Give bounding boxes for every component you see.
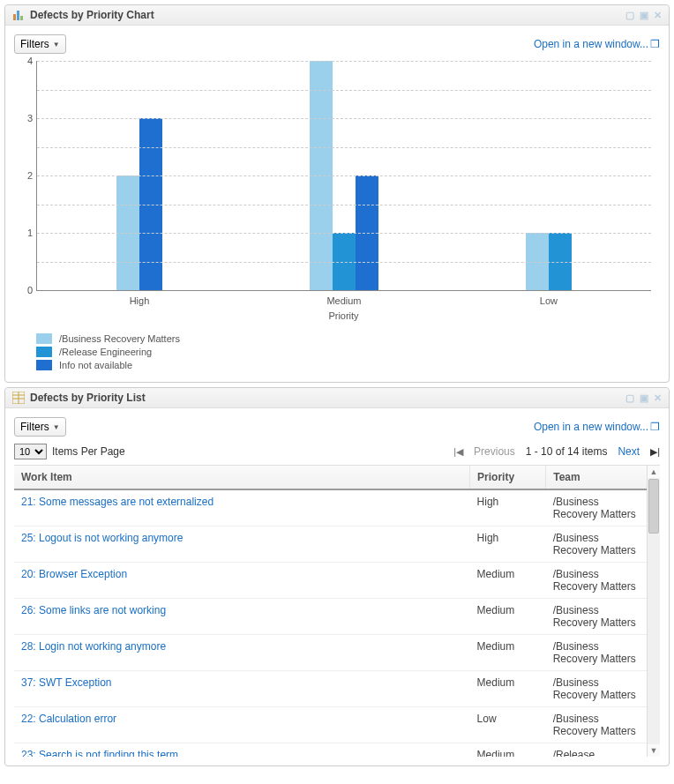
work-item-link[interactable]: 20: Browser Exception xyxy=(21,568,127,580)
legend-swatch xyxy=(36,347,52,357)
work-item-link[interactable]: 25: Logout is not working anymore xyxy=(21,532,183,544)
legend-label: /Release Engineering xyxy=(59,347,152,357)
chart-filters-button[interactable]: Filters ▼ xyxy=(14,34,66,54)
cell-team: /Business Recovery Matters xyxy=(546,526,648,563)
svg-rect-1 xyxy=(17,11,19,20)
gridline-minor xyxy=(37,262,651,263)
last-page-icon[interactable]: ▶| xyxy=(650,446,660,458)
list-widget: Defects by Priority List ▢ ▣ ✕ Filters ▼… xyxy=(4,387,670,766)
bar-chart-icon xyxy=(12,9,25,21)
table-row: 25: Logout is not working anymoreHigh/Bu… xyxy=(14,526,648,563)
first-page-icon[interactable]: |◀ xyxy=(453,446,463,458)
cell-team: /Business Recovery Matters xyxy=(546,599,648,635)
col-team[interactable]: Team xyxy=(546,466,648,489)
col-work-item[interactable]: Work Item xyxy=(14,466,470,489)
cell-priority: Medium xyxy=(470,743,546,758)
svg-rect-0 xyxy=(13,14,16,20)
list-filters-button[interactable]: Filters ▼ xyxy=(14,417,66,437)
collapse-icon[interactable]: ▢ xyxy=(625,392,634,404)
chart-legend: /Business Recovery Matters/Release Engin… xyxy=(36,333,651,370)
external-link-icon: ❐ xyxy=(650,421,660,433)
col-priority[interactable]: Priority xyxy=(470,466,546,489)
chart-header-actions: ▢ ▣ ✕ xyxy=(625,10,662,21)
cell-priority: Medium xyxy=(470,599,546,635)
table-container: Work Item Priority Team 21: Some message… xyxy=(14,465,660,757)
gridline xyxy=(37,233,651,234)
cell-priority: Low xyxy=(470,707,546,743)
page-range-label: 1 - 10 of 14 items xyxy=(526,445,608,458)
items-per-page-label: Items Per Page xyxy=(52,445,125,458)
cell-work-item: 20: Browser Exception xyxy=(14,563,470,599)
cell-priority: High xyxy=(470,526,546,563)
list-widget-header: Defects by Priority List ▢ ▣ ✕ xyxy=(5,388,669,408)
table-icon xyxy=(12,392,25,404)
scroll-down-icon[interactable]: ▼ xyxy=(648,744,660,757)
x-tick-label: High xyxy=(37,295,242,306)
cell-work-item: 25: Logout is not working anymore xyxy=(14,526,470,563)
legend-label: Info not available xyxy=(59,360,132,370)
y-tick-label: 2 xyxy=(19,170,33,181)
scroll-up-icon[interactable]: ▲ xyxy=(648,466,660,478)
legend-swatch xyxy=(36,360,52,370)
work-item-link[interactable]: 23: Search is not finding this term xyxy=(21,749,178,757)
legend-item[interactable]: /Business Recovery Matters xyxy=(36,333,651,344)
table-row: 23: Search is not finding this termMediu… xyxy=(14,743,648,758)
y-tick-label: 0 xyxy=(19,285,33,295)
list-title: Defects by Priority List xyxy=(30,392,625,404)
list-header-actions: ▢ ▣ ✕ xyxy=(625,392,662,404)
gridline xyxy=(37,61,651,62)
chevron-down-icon: ▼ xyxy=(53,41,60,49)
work-item-link[interactable]: 26: Some links are not working xyxy=(21,604,166,616)
cell-work-item: 21: Some messages are not externalized xyxy=(14,489,470,526)
chart-toolbar: Filters ▼ Open in a new window... ❐ xyxy=(14,34,660,54)
work-item-link[interactable]: 22: Calculation error xyxy=(21,713,116,725)
list-toolbar: Filters ▼ Open in a new window... ❐ xyxy=(14,417,660,437)
gridline xyxy=(37,118,651,119)
chart-open-new-window-link[interactable]: Open in a new window... xyxy=(534,38,648,50)
pager-row: 10 Items Per Page |◀ Previous 1 - 10 of … xyxy=(14,444,660,459)
work-item-link[interactable]: 21: Some messages are not externalized xyxy=(21,496,213,508)
external-link-icon: ❐ xyxy=(650,38,660,50)
x-tick-label: Medium xyxy=(242,295,446,306)
close-icon[interactable]: ✕ xyxy=(654,10,662,21)
table-row: 21: Some messages are not externalizedHi… xyxy=(14,489,648,526)
cell-work-item: 26: Some links are not working xyxy=(14,599,470,635)
collapse-icon[interactable]: ▢ xyxy=(625,10,634,21)
previous-page-link[interactable]: Previous xyxy=(474,445,515,458)
table-row: 37: SWT ExceptionMedium/Business Recover… xyxy=(14,671,648,707)
legend-item[interactable]: Info not available xyxy=(36,360,651,370)
cell-priority: High xyxy=(470,489,546,526)
table-scrollbar[interactable]: ▲ ▼ xyxy=(647,466,660,757)
table-row: 28: Login not working anymoreMedium/Busi… xyxy=(14,635,648,671)
close-icon[interactable]: ✕ xyxy=(654,392,662,404)
table-row: 22: Calculation errorLow/Business Recove… xyxy=(14,707,648,743)
chevron-down-icon: ▼ xyxy=(53,423,60,431)
y-tick-label: 3 xyxy=(19,113,33,123)
legend-swatch xyxy=(36,333,52,344)
cell-priority: Medium xyxy=(470,635,546,671)
table-row: 26: Some links are not workingMedium/Bus… xyxy=(14,599,648,635)
cell-team: /Business Recovery Matters xyxy=(546,563,648,599)
work-item-link[interactable]: 37: SWT Exception xyxy=(21,676,112,689)
gridline xyxy=(37,175,651,176)
maximize-icon[interactable]: ▣ xyxy=(640,392,648,404)
chart-title: Defects by Priority Chart xyxy=(30,9,625,21)
cell-team: /Business Recovery Matters xyxy=(546,489,648,526)
gridline-minor xyxy=(37,205,651,205)
cell-work-item: 22: Calculation error xyxy=(14,707,470,743)
maximize-icon[interactable]: ▣ xyxy=(640,10,648,21)
legend-label: /Business Recovery Matters xyxy=(59,333,180,344)
cell-work-item: 23: Search is not finding this term xyxy=(14,743,470,758)
chart-body: Filters ▼ Open in a new window... ❐ High… xyxy=(5,26,669,382)
next-page-link[interactable]: Next xyxy=(618,445,640,458)
list-open-new-window-link[interactable]: Open in a new window... xyxy=(534,421,648,433)
list-filters-label: Filters xyxy=(20,421,49,433)
cell-team: /Business Recovery Matters xyxy=(546,707,648,743)
x-tick-label: Low xyxy=(446,295,651,306)
cell-team: /Release Engineering xyxy=(546,743,648,758)
work-item-link[interactable]: 28: Login not working anymore xyxy=(21,640,166,653)
items-per-page-select[interactable]: 10 xyxy=(14,444,47,459)
gridline-minor xyxy=(37,90,651,91)
legend-item[interactable]: /Release Engineering xyxy=(36,347,651,357)
scroll-thumb[interactable] xyxy=(648,479,659,534)
